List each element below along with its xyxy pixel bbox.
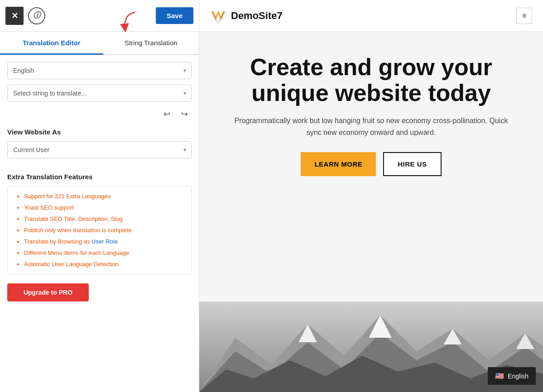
mountain-background: 🇺🇸 English [199, 301, 543, 392]
string-dropdown-wrapper: Select string to translate... ▾ [7, 85, 192, 102]
english-label: English [508, 373, 529, 380]
site-header: DemoSite7 ≡ [199, 0, 543, 32]
hire-us-button[interactable]: HIRE US [383, 152, 441, 176]
hamburger-button[interactable]: ≡ [516, 8, 532, 24]
hero-subtitle: Programmatically work but low hanging fr… [226, 115, 516, 138]
list-item: Translate SEO Title, Description, Slug [24, 215, 184, 222]
language-dropdown[interactable]: English Spanish French German [7, 62, 192, 79]
hero-buttons: LEARN MORE HIRE US [301, 152, 441, 176]
info-icon: ⓘ [33, 11, 40, 20]
learn-more-button[interactable]: LEARN MORE [301, 152, 376, 176]
user-role-link[interactable]: User Role [91, 238, 118, 245]
list-item: Support for 221 Extra Languages [24, 193, 184, 200]
list-item: Different Menu Items for each Language [24, 249, 184, 256]
undo-button[interactable]: ↩ [160, 107, 174, 121]
english-badge: 🇺🇸 English [488, 367, 536, 385]
save-button[interactable]: Save [156, 7, 193, 24]
info-button[interactable]: ⓘ [28, 7, 45, 24]
upgrade-button[interactable]: Upgrade to PRO [7, 283, 89, 301]
tab-string-translation[interactable]: String Translation [103, 32, 199, 54]
flag-icon: 🇺🇸 [495, 372, 504, 380]
tab-translation-editor[interactable]: Translation Editor [0, 32, 103, 54]
site-logo: DemoSite7 [210, 8, 283, 24]
left-panel: ✕ ⓘ Save Translation Editor String Trans… [0, 0, 199, 392]
redo-button[interactable]: ↪ [178, 107, 192, 121]
hero-section: Create and grow your unique website toda… [199, 32, 543, 301]
top-bar: ✕ ⓘ Save [0, 0, 199, 32]
undo-redo-controls: ↩ ↪ [7, 107, 192, 121]
list-item: Yoast SEO support [24, 204, 184, 211]
list-item: Automatic User Language Detection [24, 261, 184, 268]
hamburger-icon: ≡ [522, 12, 526, 19]
string-dropdown[interactable]: Select string to translate... [7, 85, 192, 102]
list-item: Publish only when translation is complet… [24, 227, 184, 234]
extra-features-section: Extra Translation Features Support for 2… [7, 173, 192, 274]
site-name: DemoSite7 [231, 10, 283, 22]
close-button[interactable]: ✕ [5, 7, 24, 25]
hero-title: Create and grow your unique website toda… [217, 54, 525, 106]
language-dropdown-wrapper: English Spanish French German ▾ [7, 62, 192, 79]
tabs-container: Translation Editor String Translation [0, 32, 199, 55]
features-list: Support for 221 Extra Languages Yoast SE… [15, 193, 184, 268]
view-as-dropdown[interactable]: Current User Guest Admin [7, 141, 192, 158]
panel-body: English Spanish French German ▾ Select s… [0, 55, 199, 392]
view-as-dropdown-wrapper: Current User Guest Admin ▾ [7, 141, 192, 158]
extra-features-title: Extra Translation Features [7, 173, 192, 181]
right-panel: DemoSite7 ≡ Create and grow your unique … [199, 0, 543, 392]
view-website-as-title: View Website As [7, 128, 192, 136]
close-icon: ✕ [11, 11, 18, 21]
view-website-as-section: View Website As Current User Guest Admin… [7, 128, 192, 164]
logo-icon [210, 8, 226, 24]
list-item: Translate by Browsing as User Role [24, 238, 184, 245]
features-box: Support for 221 Extra Languages Yoast SE… [7, 186, 192, 274]
